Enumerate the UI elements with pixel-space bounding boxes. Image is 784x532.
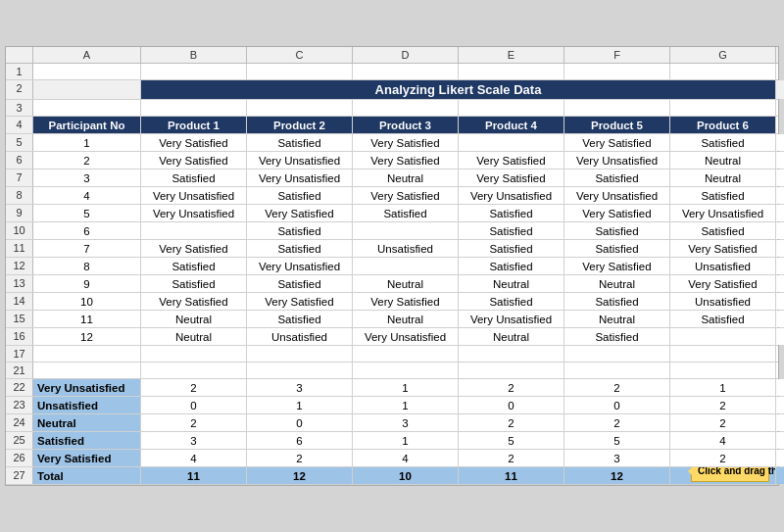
- col-header-f: F: [564, 47, 670, 63]
- cell-p4: [459, 134, 564, 151]
- cell-p1: Very Unsatisfied: [141, 205, 247, 221]
- col-header-e: E: [459, 47, 564, 63]
- summary-p4: 5: [459, 432, 564, 449]
- header-p4: Product 4: [459, 117, 564, 133]
- col-header-g: G: [670, 47, 776, 63]
- summary-row: 22 Very Unsatisfied 2 3 1 2 2 1: [6, 379, 778, 397]
- cell-p5: Satisfied: [564, 293, 670, 310]
- cell-p5: Very Satisfied: [564, 258, 670, 274]
- cell-p1: [141, 222, 247, 239]
- cell-p6: Very Satisfied: [670, 275, 776, 292]
- cell-p3: Unsatisfied: [353, 240, 459, 257]
- cell-p1: Very Unsatisfied: [141, 187, 247, 204]
- summary-p3: 1: [353, 379, 459, 396]
- cell-p5: Satisfied: [564, 222, 670, 239]
- cell-p2: Very Satisfied: [247, 293, 353, 310]
- cell-p5: Very Satisfied: [564, 134, 670, 151]
- summary-label: Very Satisfied: [33, 450, 141, 466]
- cell-p6: Satisfied: [670, 222, 776, 239]
- cell-p6: Neutral: [670, 152, 776, 169]
- cell-p2: Very Unsatisfied: [247, 152, 353, 169]
- cell-p1: Satisfied: [141, 258, 247, 274]
- cell-p3: [353, 258, 459, 274]
- table-row: 13 9 Satisfied Satisfied Neutral Neutral…: [6, 275, 778, 293]
- cell-p3: Very Satisfied: [353, 187, 459, 204]
- cell-p3: Very Satisfied: [353, 293, 459, 310]
- summary-p3: 10: [353, 467, 459, 484]
- table-row: 5 1 Very Satisfied Satisfied Very Satisf…: [6, 134, 778, 152]
- cell-p2: Very Unsatisfied: [247, 169, 353, 186]
- summary-p3: 1: [353, 432, 459, 449]
- cell-p5: Satisfied: [564, 169, 670, 186]
- summary-p1: 3: [141, 432, 247, 449]
- cell-p2: Very Unsatisfied: [247, 258, 353, 274]
- cell-p2: Unsatisfied: [247, 328, 353, 345]
- cell-p4: Neutral: [459, 275, 564, 292]
- table-row: 12 8 Satisfied Very Unsatisfied Satisfie…: [6, 258, 778, 275]
- cell-p4: Very Unsatisfied: [459, 187, 564, 204]
- table-row: 16 12 Neutral Unsatisfied Very Unsatisfi…: [6, 328, 778, 346]
- summary-label: Satisfied: [33, 432, 141, 449]
- cell-p2: Satisfied: [247, 134, 353, 151]
- cell-participant-id: 5: [33, 205, 141, 221]
- summary-p4: 2: [459, 450, 564, 466]
- summary-label: Unsatisfied: [33, 397, 141, 413]
- cell-p1: Very Satisfied: [141, 240, 247, 257]
- cell-p4: Very Unsatisfied: [459, 311, 564, 327]
- cell-p6: Neutral: [670, 169, 776, 186]
- header-p6: Product 6: [670, 117, 776, 133]
- summary-label: Total: [33, 467, 141, 484]
- header-p1: Product 1: [141, 117, 247, 133]
- cell-p4: Very Satisfied: [459, 152, 564, 169]
- summary-p6: 11Click and drag this to the right: [670, 467, 776, 484]
- summary-p6: 2: [670, 414, 776, 431]
- cell-participant-id: 4: [33, 187, 141, 204]
- column-headers: A B C D E F G H I: [6, 47, 778, 64]
- cell-p1: Satisfied: [141, 275, 247, 292]
- cell-participant-id: 3: [33, 169, 141, 186]
- cell-p2: Satisfied: [247, 222, 353, 239]
- cell-participant-id: 12: [33, 328, 141, 345]
- cell-participant-id: 8: [33, 258, 141, 274]
- summary-p6: 2: [670, 450, 776, 466]
- cell-p3: Neutral: [353, 169, 459, 186]
- cell-p2: Satisfied: [247, 275, 353, 292]
- cell-p1: Very Satisfied: [141, 134, 247, 151]
- header-p5: Product 5: [564, 117, 670, 133]
- col-header-rownum: [6, 47, 33, 63]
- header-p3: Product 3: [353, 117, 459, 133]
- summary-p4: 2: [459, 379, 564, 396]
- col-header-a: A: [33, 47, 141, 63]
- cell-p1: Very Satisfied: [141, 152, 247, 169]
- row-3: 3: [6, 100, 778, 117]
- cell-participant-id: 7: [33, 240, 141, 257]
- cell-p2: Satisfied: [247, 240, 353, 257]
- cell-participant-id: 10: [33, 293, 141, 310]
- summary-p5: 0: [564, 397, 670, 413]
- col-header-b: B: [141, 47, 247, 63]
- title-cell: Analyzing Likert Scale Data: [141, 80, 776, 99]
- table-row: 6 2 Very Satisfied Very Unsatisfied Very…: [6, 152, 778, 169]
- summary-p5: 12: [564, 467, 670, 484]
- summary-p2: 6: [247, 432, 353, 449]
- col-header-d: D: [353, 47, 459, 63]
- summary-row: 23 Unsatisfied 0 1 1 0 0 2: [6, 397, 778, 414]
- summary-p4: 2: [459, 414, 564, 431]
- header-participant: Participant No: [33, 117, 141, 133]
- summary-label: Neutral: [33, 414, 141, 431]
- cell-p3: Very Satisfied: [353, 134, 459, 151]
- summary-p2: 2: [247, 450, 353, 466]
- summary-p6: 2: [670, 397, 776, 413]
- cell-p3: [353, 222, 459, 239]
- cell-p6: Very Satisfied: [670, 240, 776, 257]
- tooltip: Click and drag this to the right: [691, 467, 769, 482]
- sheet-body: 1 2 Analyzing Likert Scale Data 3: [6, 64, 778, 485]
- summary-p2: 12: [247, 467, 353, 484]
- summary-p1: 2: [141, 379, 247, 396]
- summary-p3: 1: [353, 397, 459, 413]
- cell-p2: Very Satisfied: [247, 205, 353, 221]
- summary-row: 24 Neutral 2 0 3 2 2 2: [6, 414, 778, 432]
- summary-p5: 3: [564, 450, 670, 466]
- summary-p1: 11: [141, 467, 247, 484]
- cell-p1: Neutral: [141, 328, 247, 345]
